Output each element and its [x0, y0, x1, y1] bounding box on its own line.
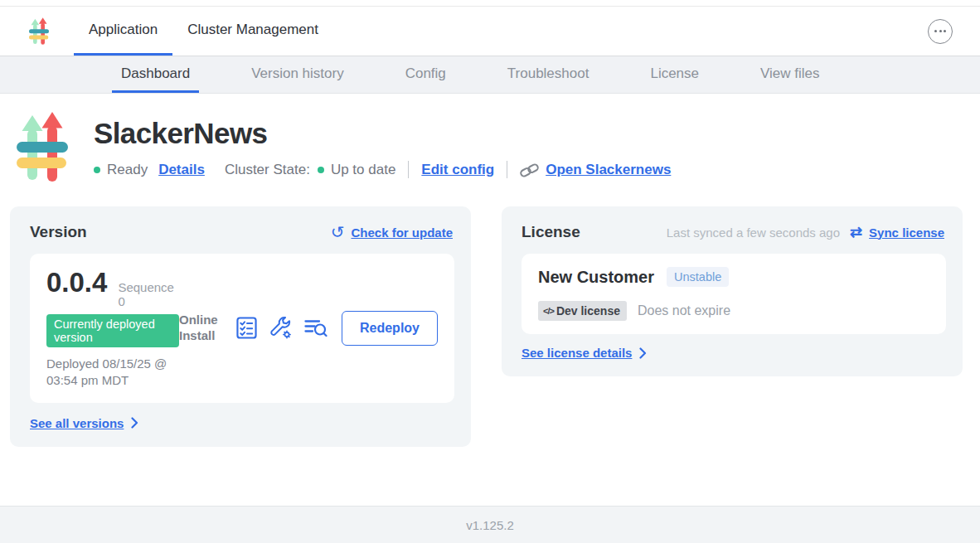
license-card-title: License: [522, 223, 580, 241]
channel-badge: Unstable: [667, 267, 729, 287]
app-status-row: Ready Details Cluster State: Up to date …: [94, 161, 671, 178]
deployed-timestamp: Deployed 08/15/25 @ 03:54 pm MDT: [46, 356, 179, 390]
console-version: v1.125.2: [466, 518, 514, 532]
version-card-title: Version: [30, 223, 87, 241]
tab-label: Version history: [251, 65, 344, 82]
cluster-state-dot-icon: [318, 167, 324, 173]
see-all-versions-link[interactable]: See all versions: [30, 416, 124, 430]
chevron-right-icon: [639, 347, 647, 359]
navbar-right: [928, 7, 980, 56]
tab-license[interactable]: License: [641, 56, 708, 93]
tab-view-files[interactable]: View files: [751, 56, 829, 93]
view-logs-icon[interactable]: [304, 318, 327, 338]
dashboard-cards: Version ↺ Check for update 0.0.4 Sequenc…: [10, 206, 980, 447]
tab-version-history[interactable]: Version history: [242, 56, 353, 93]
status-details-link[interactable]: Details: [158, 162, 205, 178]
cluster-state-value: Up to date: [331, 162, 395, 178]
see-license-details-link[interactable]: See license details: [522, 346, 632, 360]
app-subnav: Dashboard Version history Config Trouble…: [0, 56, 980, 94]
page-title: SlackerNews: [94, 117, 671, 150]
redeploy-button[interactable]: Redeploy: [342, 311, 438, 346]
version-number: 0.0.4: [46, 267, 107, 298]
topnav-tab-label: Application: [89, 22, 158, 38]
dashboard-main: SlackerNews Ready Details Cluster State:…: [0, 94, 980, 506]
license-expiry: Does not expire: [638, 303, 730, 318]
license-panel: New Customer Unstable </> Dev license Do…: [522, 254, 946, 334]
code-icon: </>: [543, 306, 554, 316]
sync-icon[interactable]: ⇄: [850, 225, 862, 240]
app-status-dot-icon: [94, 167, 100, 173]
install-type-label: Online Install: [179, 313, 224, 344]
tab-dashboard[interactable]: Dashboard: [112, 56, 199, 93]
last-synced-label: Last synced a few seconds ago: [667, 225, 840, 240]
tab-label: View files: [760, 65, 820, 82]
topnav-tab-cluster-management[interactable]: Cluster Management: [172, 7, 333, 56]
chevron-right-icon: [131, 417, 138, 429]
tab-label: Dashboard: [121, 65, 190, 82]
customer-name: New Customer: [538, 268, 654, 287]
current-version-panel: 0.0.4 Sequence 0 Currently deployed vers…: [30, 254, 454, 403]
tab-label: Troubleshoot: [507, 65, 589, 82]
preflight-checks-icon[interactable]: [236, 317, 257, 339]
license-type-badge: </> Dev license: [538, 301, 627, 321]
refresh-icon[interactable]: ↺: [331, 224, 345, 240]
version-card: Version ↺ Check for update 0.0.4 Sequenc…: [10, 206, 471, 447]
topnav-tab-application[interactable]: Application: [74, 7, 172, 56]
divider: [408, 161, 409, 178]
tab-config[interactable]: Config: [396, 56, 455, 93]
tab-label: License: [650, 65, 699, 82]
deployed-status-badge: Currently deployed version: [46, 314, 179, 347]
open-app-link[interactable]: Open Slackernews: [546, 162, 671, 178]
cluster-state-label: Cluster State:: [225, 162, 310, 178]
sequence-label: Sequence 0: [118, 280, 179, 308]
app-icon-large: [17, 112, 68, 182]
tab-troubleshoot[interactable]: Troubleshoot: [498, 56, 599, 93]
top-navbar: Application Cluster Management: [0, 7, 980, 56]
app-status-label: Ready: [107, 162, 148, 178]
external-link-icon: [520, 162, 540, 177]
tab-label: Config: [405, 65, 446, 82]
console-footer: v1.125.2: [0, 506, 980, 543]
divider: [507, 161, 507, 178]
check-for-update-link[interactable]: Check for update: [351, 225, 453, 240]
sync-license-link[interactable]: Sync license: [869, 225, 944, 240]
admin-console-page: Application Cluster Management Dashboard…: [0, 0, 980, 543]
topnav-tab-label: Cluster Management: [187, 22, 318, 38]
app-logo-icon: [29, 17, 49, 45]
top-strip: [0, 0, 980, 7]
license-card: License Last synced a few seconds ago ⇄ …: [502, 206, 963, 376]
license-type-label: Dev license: [556, 304, 620, 318]
edit-config-link[interactable]: Edit config: [421, 162, 494, 178]
config-wrench-icon[interactable]: [269, 317, 292, 339]
more-options-icon[interactable]: [928, 19, 953, 44]
app-header: SlackerNews Ready Details Cluster State:…: [17, 112, 980, 182]
